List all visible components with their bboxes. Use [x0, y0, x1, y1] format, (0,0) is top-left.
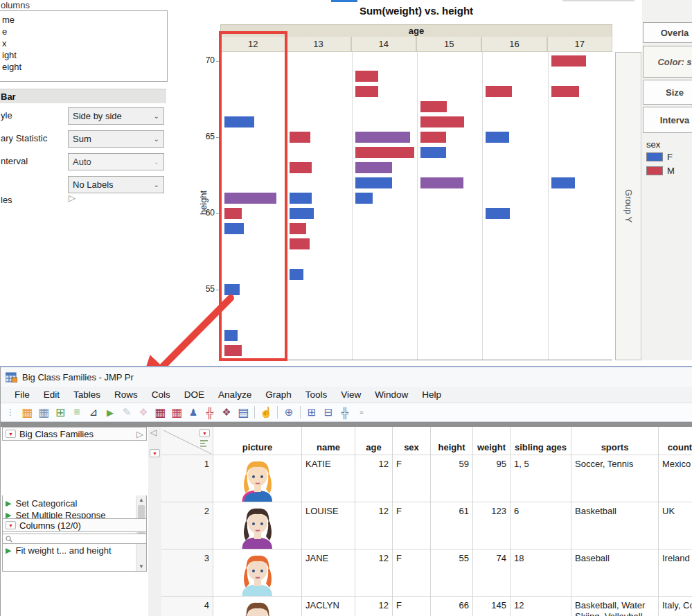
chart-bar-age17-h68[interactable] [551, 86, 579, 97]
cell-country[interactable]: UK [659, 502, 692, 549]
window-titlebar[interactable]: Big Class Families - JMP Pr [1, 367, 692, 387]
row-number-cell[interactable]: 4 [161, 597, 213, 616]
cell-height[interactable]: 59 [431, 455, 473, 502]
panel-expand-icon[interactable]: ▷ [136, 429, 143, 439]
cell-sports[interactable]: Soccer, Tennis [571, 455, 659, 502]
cell-age[interactable]: 12 [355, 502, 393, 549]
chart-bar-age16-h60[interactable] [486, 208, 510, 219]
roller-plus-icon[interactable]: ⊕ [281, 405, 296, 420]
column-header-name[interactable]: name [302, 427, 355, 455]
cell-weight[interactable]: 95 [473, 455, 511, 502]
cell-name[interactable]: LOUISE [302, 502, 355, 549]
cell-weight[interactable]: 123 [473, 502, 511, 549]
chart-bar-age13-h59[interactable] [290, 223, 306, 234]
chart-bar-age15-h66[interactable] [420, 116, 464, 127]
menu-tables[interactable]: Tables [66, 387, 107, 402]
legend-entry-F[interactable]: F [646, 152, 675, 162]
menu-cols[interactable]: Cols [145, 387, 177, 402]
cell-country[interactable]: Italy, Co [659, 597, 692, 616]
annotate-icon[interactable]: ⊞ [304, 405, 319, 420]
color-s-button[interactable]: Color: s [643, 46, 692, 78]
builder-dropdown-1[interactable]: Side by side⌄ [68, 107, 164, 125]
row-number-cell[interactable]: 1 [161, 455, 213, 502]
cell-siblings[interactable]: 1, 5 [511, 455, 571, 502]
group-y-dropzone[interactable]: Group Y [615, 52, 641, 360]
columns-red-triangle[interactable]: ▼ [199, 429, 210, 437]
cell-siblings[interactable]: 18 [511, 549, 571, 597]
chart-bar-age13-h63[interactable] [290, 162, 312, 173]
chart-bar-age16-h65[interactable] [486, 132, 509, 143]
menu-help[interactable]: Help [415, 387, 448, 402]
cell-sex[interactable]: F [393, 502, 431, 549]
row-number-cell[interactable]: 3 [161, 549, 213, 597]
summary-table-icon[interactable]: ▦ [169, 405, 184, 420]
cell-sex[interactable]: F [393, 455, 431, 502]
collapse-panel-icon[interactable]: ◁ [150, 428, 161, 437]
new-data-table-icon[interactable]: ▦ [19, 405, 35, 420]
cell-sex[interactable]: F [393, 549, 431, 597]
menu-file[interactable]: File [8, 387, 37, 402]
sort-order-icon[interactable] [200, 440, 209, 447]
chart-bar-age14-h62[interactable] [355, 177, 392, 188]
column-header-sports[interactable]: sports [571, 427, 659, 455]
cell-picture[interactable] [213, 549, 302, 597]
menu-window[interactable]: Window [368, 387, 415, 402]
chart-bar-age15-h67[interactable] [420, 101, 447, 112]
menu-doe[interactable]: DOE [177, 387, 211, 402]
layout-icon[interactable]: ⊟ [321, 405, 336, 420]
interva-button[interactable]: Interva [643, 107, 692, 133]
script-item[interactable]: ▶Set Categorical [3, 498, 146, 509]
script-item[interactable]: ▶Fit weight t... and height [3, 545, 146, 556]
chart-bar-age14-h63[interactable] [355, 162, 392, 173]
cell-height[interactable]: 66 [431, 597, 473, 616]
cell-country[interactable]: Mexico [659, 455, 692, 502]
grid-icon[interactable]: ╬ [337, 405, 353, 420]
cell-name[interactable]: KATIE [302, 455, 355, 502]
column-header-siblings[interactable]: sibling ages [511, 427, 571, 455]
cell-name[interactable]: JACLYN [302, 597, 355, 616]
cell-weight[interactable]: 74 [473, 549, 511, 597]
tile-windows-icon[interactable]: ⊞ [53, 405, 68, 420]
sort-icon[interactable]: ≡ [69, 405, 85, 420]
builder-dropdown-2[interactable]: Sum⌄ [68, 130, 164, 148]
cell-height[interactable]: 55 [431, 549, 473, 597]
menu-rows[interactable]: Rows [107, 387, 145, 402]
menu-graph[interactable]: Graph [258, 387, 299, 402]
legend-entry-M[interactable]: M [646, 166, 675, 176]
run-script-icon[interactable]: ▶ [6, 546, 11, 555]
menu-tools[interactable]: Tools [299, 387, 335, 402]
chart-bar-age13-h61[interactable] [290, 193, 312, 204]
cell-age[interactable]: 12 [355, 455, 393, 502]
cell-country[interactable]: Ireland [659, 549, 692, 597]
grid-corner-cell[interactable]: ▼ [161, 427, 213, 455]
row-number-cell[interactable]: 2 [161, 502, 213, 549]
columns-search-input[interactable] [2, 534, 147, 544]
columns-panel-header[interactable]: ▼ Columns (12/0) [2, 518, 147, 532]
hand-tool-icon[interactable]: ☝ [258, 405, 274, 420]
variables-expander-icon[interactable]: ▷ [69, 193, 76, 203]
cell-sex[interactable]: F [393, 597, 431, 616]
cell-height[interactable]: 61 [431, 502, 473, 549]
menu-analyze[interactable]: Analyze [211, 387, 258, 402]
fit-model-icon[interactable]: ╬ [202, 405, 218, 420]
cell-weight[interactable]: 145 [473, 597, 511, 616]
chart-bar-age15-h64[interactable] [420, 147, 446, 158]
columns-menu-red-triangle[interactable]: ▼ [6, 521, 16, 529]
distribution-icon[interactable]: ♟ [186, 405, 201, 420]
chart-bar-age14-h68[interactable] [355, 86, 378, 97]
cell-sports[interactable]: Basketball [571, 502, 659, 549]
cell-name[interactable]: JANE [302, 549, 355, 597]
partition-icon[interactable]: ❖ [219, 405, 234, 420]
cell-sports[interactable]: Basketball, Water Skiing, Volleyball [571, 597, 659, 616]
toolbar-overflow[interactable]: ≡ [354, 405, 369, 420]
size-button[interactable]: Size [643, 80, 692, 105]
cell-picture[interactable] [213, 455, 302, 502]
chart-bar-age13-h65[interactable] [290, 132, 310, 143]
legend-swatch[interactable] [646, 166, 663, 175]
builder-dropdown-4[interactable]: No Labels⌄ [68, 176, 164, 193]
column-header-picture[interactable]: picture [213, 427, 302, 455]
graph-builder-icon[interactable]: ▤ [236, 405, 251, 420]
run-script-icon[interactable]: ▶ [6, 499, 11, 508]
builder-dropdown-3[interactable]: Auto⌄ [68, 153, 164, 170]
cell-picture[interactable] [213, 502, 302, 549]
